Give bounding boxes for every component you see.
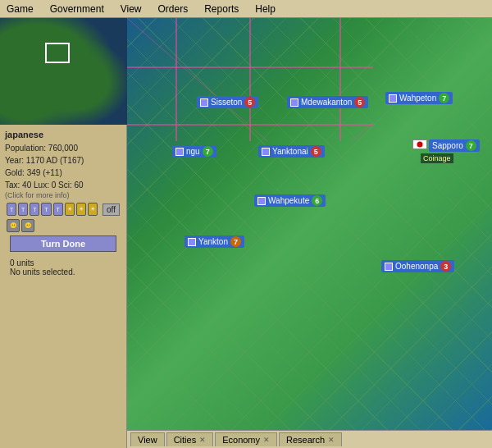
population-label: Population: 760,000: [5, 142, 121, 154]
units-count: 0 units: [10, 258, 116, 267]
tab-cities[interactable]: Cities ✕: [166, 432, 214, 446]
city-icon-sisseton: [200, 98, 208, 107]
icon-row-2: 😐 😐: [5, 219, 121, 232]
icons-row: T T T T T ☀ ☀ ☀ off: [5, 203, 121, 216]
icon-btn-7[interactable]: ☀: [76, 203, 86, 216]
icon-btn-3[interactable]: T: [30, 203, 39, 216]
city-yanktonai[interactable]: Yanktonai 5: [258, 145, 325, 158]
info-panel: japanese Population: 760,000 Year: 1170 …: [0, 125, 126, 448]
menu-orders[interactable]: Orders: [155, 2, 192, 16]
city-num-sisseton: 5: [244, 97, 255, 107]
sapporo-tooltip: Coinage: [421, 153, 453, 163]
tab-economy-close[interactable]: ✕: [263, 436, 270, 444]
city-num-sapporo: 7: [466, 140, 476, 151]
bottom-tabs: View Cities ✕ Economy ✕ Research ✕: [127, 430, 492, 448]
tab-view[interactable]: View: [130, 432, 165, 446]
city-icon-oohenonpa: [385, 263, 393, 271]
icon-btn-4[interactable]: T: [41, 203, 51, 216]
minimap-terrain: [0, 18, 127, 125]
city-num-yanktonai: 5: [311, 146, 321, 157]
menu-view[interactable]: View: [117, 2, 145, 16]
city-icon-wahpekute: [257, 197, 266, 205]
city-wahpekute[interactable]: Wahpekute 6: [254, 194, 326, 207]
turn-done-button[interactable]: Turn Done: [10, 235, 116, 252]
main-layout: japanese Population: 760,000 Year: 1170 …: [0, 18, 492, 448]
city-num-oohenonpa: 3: [440, 261, 451, 272]
city-sapporo[interactable]: Sapporo 7: [429, 139, 480, 152]
icon-btn-5[interactable]: T: [53, 203, 63, 216]
tab-cities-close[interactable]: ✕: [199, 436, 206, 444]
menu-government[interactable]: Government: [47, 2, 107, 16]
japan-flag: [412, 139, 427, 149]
icon-btn-8[interactable]: ☀: [88, 203, 98, 216]
city-num-wahpeton: 7: [439, 93, 449, 103]
city-sisseton[interactable]: Sisseton 5: [197, 96, 258, 108]
minimap-viewport: [45, 43, 70, 63]
city-yankton[interactable]: Yankton 7: [184, 235, 244, 248]
city-ngu[interactable]: ngu 7: [172, 145, 216, 158]
click-info[interactable]: (Click for more info): [5, 191, 121, 199]
left-panel: japanese Population: 760,000 Year: 1170 …: [0, 18, 127, 448]
menu-help[interactable]: Help: [252, 2, 279, 16]
units-status: No units selected.: [10, 267, 116, 277]
tab-research[interactable]: Research ✕: [279, 432, 342, 446]
tab-view-label: View: [138, 435, 157, 445]
icon-btn-1[interactable]: T: [7, 203, 16, 216]
city-wahpeton[interactable]: Wahpeton 7: [385, 92, 453, 104]
tab-research-close[interactable]: ✕: [328, 436, 335, 444]
icon-face-2[interactable]: 😐: [21, 219, 34, 232]
tab-cities-label: Cities: [174, 435, 197, 445]
map-area[interactable]: Sisseton 5 Mdewakanton 5 Wahpeton 7 ngu …: [127, 18, 492, 430]
icon-btn-2[interactable]: T: [18, 203, 28, 216]
tax-label: Tax: 40 Lux: 0 Sci: 60: [5, 179, 121, 191]
minimap[interactable]: [0, 18, 127, 125]
menu-game[interactable]: Game: [3, 2, 37, 16]
city-num-ngu: 7: [203, 146, 213, 157]
units-section: 0 units No units selected.: [5, 255, 121, 280]
city-icon-yankton: [188, 238, 196, 246]
game-area: Sisseton 5 Mdewakanton 5 Wahpeton 7 ngu …: [127, 18, 492, 448]
map-background: [127, 18, 492, 430]
city-icon-mdewakanton: [290, 98, 298, 107]
off-toggle[interactable]: off: [102, 203, 120, 216]
city-icon-ngu: [175, 148, 184, 156]
city-num-yankton: 7: [230, 236, 241, 247]
city-mdewakanton[interactable]: Mdewakanton 5: [287, 96, 368, 108]
city-num-mdewakanton: 5: [354, 97, 365, 107]
year-label: Year: 1170 AD (T167): [5, 154, 121, 167]
civ-name: japanese: [5, 130, 121, 139]
tab-economy-label: Economy: [222, 435, 260, 445]
city-num-wahpekute: 6: [312, 195, 322, 206]
icon-btn-6[interactable]: ☀: [65, 203, 75, 216]
menu-reports[interactable]: Reports: [201, 2, 242, 16]
icon-face-1[interactable]: 😐: [7, 219, 20, 232]
tab-economy[interactable]: Economy ✕: [215, 432, 277, 446]
tab-research-label: Research: [286, 435, 325, 445]
city-icon-wahpeton: [389, 94, 397, 103]
gold-label: Gold: 349 (+11): [5, 167, 121, 179]
menu-bar: Game Government View Orders Reports Help: [0, 0, 492, 18]
city-icon-yanktonai: [262, 148, 270, 156]
city-oohenonpa[interactable]: Oohenonpa 3: [381, 260, 454, 272]
